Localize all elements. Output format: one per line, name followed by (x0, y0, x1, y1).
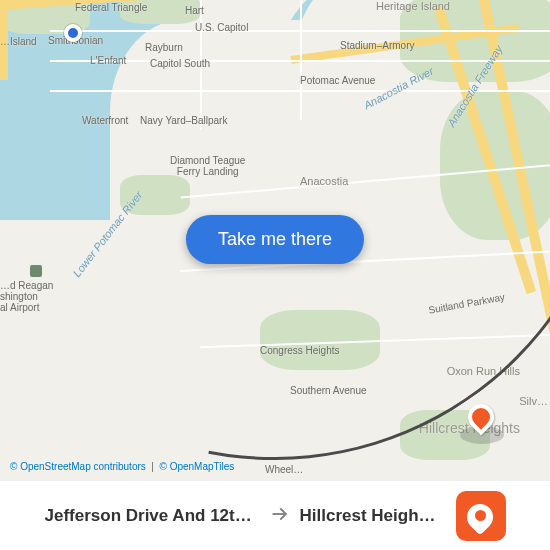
origin-marker-icon[interactable] (64, 24, 82, 42)
route-map[interactable]: Federal Triangle Hart U.S. Capitol Smith… (0, 0, 550, 480)
map-attribution: © OpenStreetMap contributors | © OpenMap… (6, 459, 238, 474)
take-me-there-button[interactable]: Take me there (186, 215, 364, 264)
label-wheel: Wheel… (265, 464, 303, 475)
route-summary-bar: Jefferson Drive And 12th Street … Hillcr… (0, 480, 550, 550)
openmaptiles-link[interactable]: © OpenMapTiles (160, 461, 235, 472)
osm-link[interactable]: © OpenStreetMap contributors (10, 461, 146, 472)
route-from-label: Jefferson Drive And 12th Street … (45, 506, 260, 526)
moovit-logo-icon[interactable] (456, 491, 506, 541)
route-to-label: Hillcrest Height… (300, 506, 440, 526)
label-silv: Silv… (519, 395, 548, 407)
arrow-right-icon (270, 504, 290, 528)
